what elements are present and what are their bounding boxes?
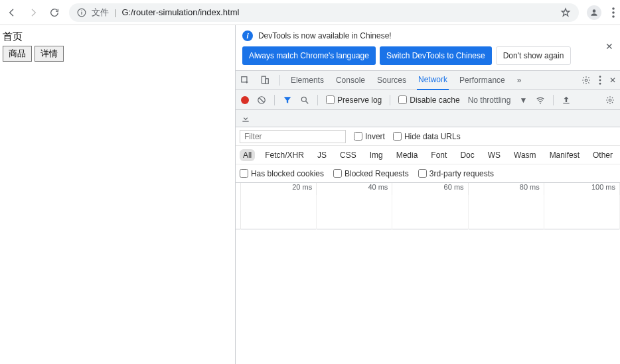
settings-icon[interactable] — [581, 76, 591, 85]
timeline[interactable]: 20 ms 40 ms 60 ms 80 ms 100 ms — [236, 183, 620, 229]
svg-point-4 — [612, 7, 615, 10]
type-wasm[interactable]: Wasm — [510, 149, 540, 161]
request-list-empty — [236, 229, 620, 364]
profile-button[interactable] — [587, 5, 601, 20]
tab-network[interactable]: Network — [417, 70, 449, 90]
goods-button[interactable]: 商品 — [3, 46, 32, 62]
filter-icon[interactable] — [283, 95, 292, 105]
url-prefix: 文件 — [92, 7, 109, 19]
tab-performance[interactable]: Performance — [458, 70, 506, 90]
record-button[interactable] — [241, 96, 249, 104]
network-toolbar: Preserve log Disable cache No throttling… — [236, 90, 620, 110]
tabs-overflow-icon[interactable]: » — [516, 70, 523, 90]
wifi-icon[interactable] — [536, 95, 545, 105]
timeline-label: 20 ms — [241, 183, 317, 195]
separator — [279, 75, 280, 86]
forward-button[interactable] — [27, 6, 40, 19]
address-bar[interactable]: 文件 | G:/router-simulation/index.html — [69, 3, 579, 22]
throttle-select[interactable]: No throttling — [468, 95, 511, 105]
banner-close-icon[interactable]: ✕ — [605, 41, 613, 52]
network-toolbar-2 — [236, 110, 620, 127]
tab-console[interactable]: Console — [335, 70, 366, 90]
svg-point-16 — [301, 97, 306, 101]
devtools-tabs: Elements Console Sources Network Perform… — [236, 70, 620, 90]
svg-point-3 — [593, 9, 596, 13]
url-text: G:/router-simulation/index.html — [121, 7, 239, 17]
reload-button[interactable] — [48, 6, 61, 19]
disable-cache-checkbox[interactable]: Disable cache — [398, 95, 459, 105]
invert-checkbox[interactable]: Invert — [354, 132, 385, 141]
url-separator: | — [114, 7, 116, 17]
timeline-label: 100 ms — [544, 183, 620, 195]
svg-line-15 — [259, 97, 264, 102]
svg-point-11 — [599, 76, 601, 78]
type-css[interactable]: CSS — [337, 149, 360, 161]
type-other[interactable]: Other — [589, 149, 616, 161]
timeline-label: 80 ms — [469, 183, 544, 195]
download-icon[interactable] — [241, 114, 250, 123]
type-ws[interactable]: WS — [485, 149, 504, 161]
svg-point-6 — [612, 15, 615, 18]
hide-urls-checkbox[interactable]: Hide data URLs — [393, 132, 461, 141]
search-icon[interactable] — [300, 95, 309, 105]
blocked-cookies-checkbox[interactable]: Has blocked cookies — [240, 169, 324, 178]
clear-icon[interactable] — [257, 95, 266, 105]
device-icon[interactable] — [260, 76, 270, 85]
timeline-label: 40 ms — [317, 183, 392, 195]
close-icon[interactable]: ✕ — [609, 76, 616, 85]
chevron-down-icon[interactable]: ▼ — [518, 95, 528, 105]
type-fetch[interactable]: Fetch/XHR — [262, 149, 307, 161]
inspect-icon[interactable] — [240, 76, 250, 85]
type-media[interactable]: Media — [393, 149, 422, 161]
separator — [274, 95, 275, 105]
svg-point-20 — [609, 99, 611, 101]
type-font[interactable]: Font — [427, 149, 450, 161]
star-icon[interactable] — [560, 7, 571, 18]
type-all[interactable]: All — [240, 149, 255, 161]
svg-point-13 — [599, 83, 601, 85]
svg-point-12 — [599, 80, 601, 82]
svg-point-18 — [540, 102, 542, 103]
preserve-log-checkbox[interactable]: Preserve log — [326, 95, 382, 105]
type-js[interactable]: JS — [314, 149, 330, 161]
banner-text: DevTools is now available in Chinese! — [258, 31, 392, 40]
check-row: Has blocked cookies Blocked Requests 3rd… — [236, 164, 620, 183]
settings-icon[interactable] — [605, 95, 615, 105]
banner-info-icon: i — [242, 30, 253, 41]
page-title: 首页 — [3, 30, 232, 43]
svg-point-5 — [612, 11, 615, 14]
timeline-label: 60 ms — [392, 183, 468, 195]
svg-rect-19 — [564, 103, 570, 103]
svg-line-17 — [306, 101, 309, 103]
tab-sources[interactable]: Sources — [376, 70, 408, 90]
switch-chinese-button[interactable]: Switch DevTools to Chinese — [380, 46, 492, 65]
type-manifest[interactable]: Manifest — [546, 149, 583, 161]
page-content: 首页 商品 详情 — [0, 25, 235, 364]
third-party-checkbox[interactable]: 3rd-party requests — [418, 169, 494, 178]
svg-point-10 — [585, 79, 587, 82]
upload-icon[interactable] — [562, 95, 571, 105]
svg-rect-21 — [242, 121, 248, 121]
svg-rect-9 — [266, 79, 268, 84]
type-doc[interactable]: Doc — [457, 149, 477, 161]
info-icon — [77, 8, 86, 17]
tab-elements[interactable]: Elements — [289, 70, 325, 90]
back-button[interactable] — [5, 6, 19, 19]
devtools-panel: i DevTools is now available in Chinese! … — [235, 25, 620, 364]
always-match-button[interactable]: Always match Chrome's language — [242, 46, 376, 65]
svg-rect-8 — [262, 76, 266, 84]
separator — [553, 95, 554, 105]
blocked-requests-checkbox[interactable]: Blocked Requests — [333, 169, 409, 178]
svg-point-2 — [81, 10, 82, 11]
filter-row: Invert Hide data URLs — [236, 127, 620, 146]
type-filter-row: All Fetch/XHR JS CSS Img Media Font Doc … — [236, 146, 620, 164]
language-banner: i DevTools is now available in Chinese! … — [236, 25, 620, 46]
more-icon[interactable] — [599, 76, 601, 85]
type-img[interactable]: Img — [366, 149, 386, 161]
separator — [317, 95, 318, 105]
separator — [390, 95, 390, 105]
filter-input[interactable] — [240, 130, 346, 143]
detail-button[interactable]: 详情 — [35, 46, 64, 62]
dont-show-button[interactable]: Don't show again — [496, 46, 572, 65]
menu-button[interactable] — [612, 7, 615, 18]
